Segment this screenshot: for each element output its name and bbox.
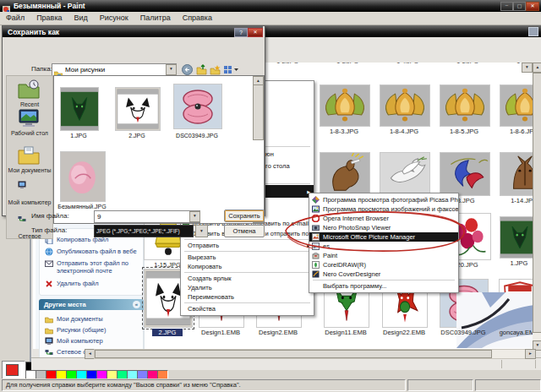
paint-statusbar: Для получения справки выберите команду "… <box>0 378 541 392</box>
filetype-dropdown-arrow[interactable]: ▾ <box>195 225 208 237</box>
save-as-dialog: Сохранить как ? ✕ Папка: Мои рисунки ▾ R… <box>2 25 265 216</box>
submenu-item[interactable]: Opera Internet Browser <box>309 214 458 223</box>
file-tasks-box: Копировать файлОпубликовать файл в вебеО… <box>39 228 144 296</box>
dialog-scroll-thumb[interactable] <box>253 84 264 140</box>
delete-icon <box>45 280 53 288</box>
paint-menubar: ФайлПравкаВидРисунокПалитраСправка <box>0 12 541 25</box>
menubar-item-Рисунок[interactable]: Рисунок <box>94 12 134 24</box>
submenu-item[interactable]: CorelDRAW(R) <box>309 260 458 270</box>
dialog-file-thumbnail[interactable] <box>115 87 161 131</box>
folder-icon <box>45 326 53 335</box>
recent-place-icon[interactable] <box>18 79 40 100</box>
close-button[interactable]: ✕ <box>526 2 539 11</box>
folder-dropdown-arrow[interactable]: ▾ <box>166 64 177 75</box>
statusbar-separator <box>535 360 536 368</box>
computer-place-icon[interactable] <box>18 177 40 198</box>
task-delete-file[interactable]: Удалить файл <box>45 280 141 288</box>
place-1[interactable]: Мои документы <box>45 315 141 324</box>
status-pane-3 <box>475 379 541 391</box>
submenu-item[interactable]: Выбрать программу... <box>309 281 458 291</box>
file-item-label[interactable]: 1-8-4.JPG <box>370 128 438 135</box>
msopm-icon <box>312 233 320 241</box>
menu-item-вырезать[interactable]: Вырезать <box>181 253 314 262</box>
save-button[interactable]: Сохранить <box>224 210 265 222</box>
menu-item-свойства[interactable]: Свойства <box>181 304 314 313</box>
menu-separator <box>184 251 310 252</box>
task-label: Отправить этот файл по электронной почте <box>57 259 141 275</box>
file-item-label[interactable]: Design11.EMB <box>312 329 380 336</box>
file-item-label[interactable]: Design22.EMB <box>370 329 438 336</box>
place-label[interactable]: Recent <box>8 101 52 108</box>
other-places-header[interactable]: Другие места« <box>39 299 144 310</box>
filetype-combobox[interactable]: JPEG (*.JPG;*.JPEG;*.JPE;*.JFIF) <box>94 225 194 237</box>
filename-input[interactable]: 9 ▾ <box>94 210 200 223</box>
file-item-thumbnail[interactable] <box>380 152 430 196</box>
maximize-button[interactable]: ▢ <box>513 2 526 11</box>
minimize-button[interactable]: – <box>500 2 513 11</box>
file-item-thumbnail[interactable] <box>440 152 490 196</box>
menubar-item-Справка[interactable]: Справка <box>177 12 218 24</box>
place-3[interactable]: Мой компьютер <box>45 337 141 346</box>
opera-icon <box>312 215 320 222</box>
task-label: Опубликовать файл в вебе <box>57 248 137 255</box>
status-message-pane: Для получения справки выберите команду "… <box>2 379 406 391</box>
file-item-label[interactable]: 2.JPG <box>152 329 183 336</box>
desktop-place-icon[interactable] <box>18 108 40 128</box>
place-label[interactable]: Сетевое <box>8 233 52 240</box>
submenu-item[interactable]: Nero PhotoSnap Viewer <box>309 223 458 232</box>
dialog-file-label[interactable]: Безымянный.JPG <box>44 204 120 210</box>
place-2[interactable]: Рисунки (общие) <box>45 326 141 335</box>
statusbar-separator <box>501 360 502 368</box>
submenu-item[interactable]: Nero CoverDesigner <box>309 270 458 279</box>
file-item-thumbnail[interactable] <box>320 152 370 196</box>
explorer-vscroll-thumb[interactable] <box>533 73 541 333</box>
submenu-item[interactable]: Программа просмотра фотографий Picasa Ph… <box>309 195 458 204</box>
explorer-hscroll-right[interactable]: ▸ <box>525 349 536 359</box>
menu-item-создать[interactable]: Создать ярлык <box>181 274 314 283</box>
submenu-item[interactable]: ees <box>309 242 458 251</box>
dialog-file-label[interactable]: DSC03949.JPG <box>159 133 235 139</box>
paint-title: Безымянный - Paint <box>14 2 85 10</box>
menubar-item-Палитра[interactable]: Палитра <box>134 12 177 24</box>
menu-item-переименовать[interactable]: Переименовать <box>181 292 314 302</box>
submenu-item[interactable]: Программа просмотра изображений и факсов <box>309 204 458 214</box>
menubar-item-Правка[interactable]: Правка <box>30 12 68 24</box>
explorer-hscroll-thumb[interactable] <box>95 350 492 358</box>
menu-item-отправить[interactable]: Отправить▶ <box>181 241 314 250</box>
help-button[interactable]: ? <box>234 28 248 37</box>
submenu-item-selected[interactable]: Microsoft Office Picture Manager <box>309 232 458 242</box>
web-icon <box>45 248 53 256</box>
file-item-label[interactable]: 1-8-5.JPG <box>430 128 498 135</box>
task-email-file[interactable]: Отправить этот файл по электронной почте <box>45 259 141 275</box>
docs-place-icon[interactable] <box>18 145 40 166</box>
explorer-vscroll-up[interactable]: ▴ <box>533 63 541 73</box>
file-item-thumbnail[interactable] <box>380 84 430 127</box>
place-label[interactable]: Мои документы <box>8 167 52 174</box>
task-publish-file[interactable]: Опубликовать файл в вебе <box>45 248 141 256</box>
menubar-item-Вид[interactable]: Вид <box>68 12 94 24</box>
file-item-thumbnail[interactable] <box>320 84 370 127</box>
menu-item-удалить[interactable]: Удалить <box>181 283 314 292</box>
task-label: Рисунки (общие) <box>57 326 106 334</box>
explorer-column-button[interactable]: ▾ <box>522 63 533 73</box>
menu-separator <box>184 239 310 240</box>
folder-combobox[interactable]: Мои рисунки ▾ <box>52 63 177 76</box>
file-item-label[interactable]: 1-8-3.JPG <box>310 128 378 135</box>
menu-item-копировать[interactable]: Копировать <box>181 262 314 271</box>
dialog-file-thumbnail[interactable] <box>173 84 222 129</box>
file-item-label[interactable]: Design2.EMB <box>244 329 312 336</box>
paint-titlebar: Безымянный - Paint – ▢ ✕ <box>0 0 541 12</box>
dialog-file-thumbnail[interactable] <box>60 87 99 131</box>
screen: Безымянный - Paint – ▢ ✕ ФайлПравкаВидРи… <box>0 0 541 392</box>
menubar-item-Файл[interactable]: Файл <box>0 12 30 24</box>
file-item-thumbnail[interactable] <box>440 84 490 127</box>
dialog-close-button[interactable]: ✕ <box>248 28 263 37</box>
swoosh-graphic <box>456 292 534 348</box>
submenu-item[interactable]: Paint <box>309 251 458 260</box>
dialog-file-thumbnail[interactable] <box>60 151 106 202</box>
cancel-button[interactable]: Отмена <box>224 225 265 237</box>
corel-icon <box>312 261 320 269</box>
filename-dropdown-arrow[interactable]: ▾ <box>189 211 200 222</box>
collapse-chevron-icon[interactable]: « <box>133 301 140 308</box>
explorer-window-button[interactable] <box>528 27 538 36</box>
